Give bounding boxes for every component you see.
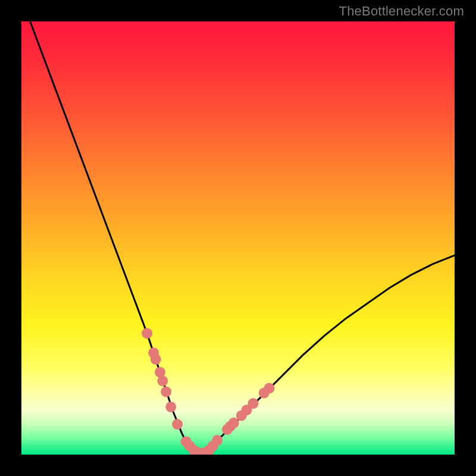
chart-frame: TheBottlenecker.com — [0, 0, 476, 476]
data-marker — [248, 398, 258, 409]
plot-area — [21, 21, 455, 455]
data-marker — [212, 435, 223, 446]
data-marker — [161, 386, 171, 397]
watermark-text: TheBottlenecker.com — [339, 4, 464, 19]
data-marker — [142, 328, 152, 339]
data-marker — [157, 375, 168, 386]
data-marker — [172, 419, 183, 430]
chart-overlay — [21, 21, 455, 455]
data-marker — [264, 383, 274, 394]
data-marker — [228, 418, 239, 428]
data-marker — [151, 354, 161, 365]
bottleneck-curve — [30, 21, 455, 454]
marker-group — [142, 328, 274, 455]
data-marker — [165, 402, 176, 412]
